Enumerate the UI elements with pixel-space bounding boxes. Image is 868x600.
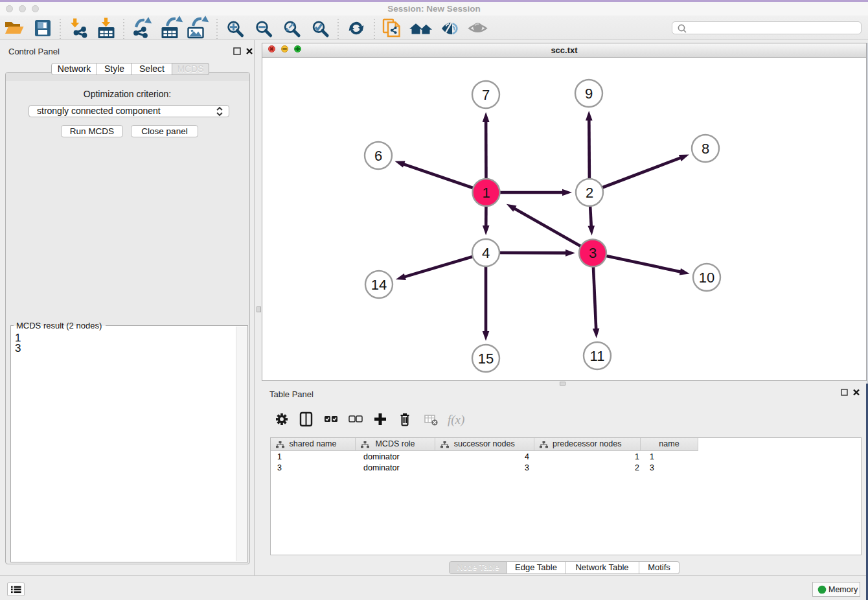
svg-text:15: 15 bbox=[478, 351, 494, 367]
svg-text:2: 2 bbox=[586, 185, 593, 201]
svg-text:4: 4 bbox=[482, 245, 490, 261]
svg-text:14: 14 bbox=[371, 277, 387, 293]
svg-text:f(x): f(x) bbox=[448, 413, 464, 427]
svg-text:10: 10 bbox=[699, 270, 714, 286]
svg-text:6: 6 bbox=[374, 148, 382, 164]
svg-text:1: 1 bbox=[482, 185, 490, 201]
svg-text:7: 7 bbox=[482, 87, 490, 103]
svg-text:9: 9 bbox=[585, 86, 593, 102]
svg-text:11: 11 bbox=[590, 348, 605, 364]
svg-text:3: 3 bbox=[589, 245, 597, 261]
svg-text:8: 8 bbox=[702, 141, 709, 157]
